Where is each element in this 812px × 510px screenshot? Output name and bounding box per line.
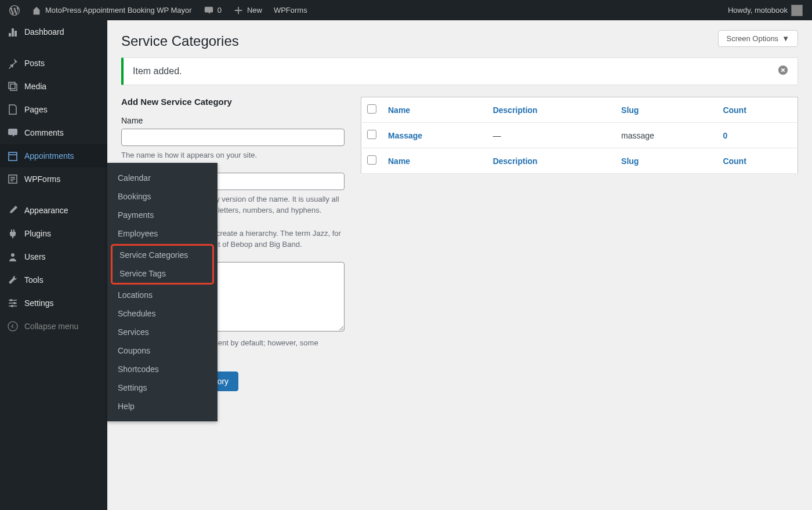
dismiss-notice-button[interactable] (778, 65, 788, 78)
highlight-annotation: Service Categories Service Tags (111, 244, 214, 285)
submenu-employees[interactable]: Employees (107, 224, 217, 243)
submenu-coupons[interactable]: Coupons (107, 341, 217, 360)
submenu-locations[interactable]: Locations (107, 286, 217, 304)
col-count[interactable]: Count (723, 105, 746, 115)
svg-point-3 (11, 305, 13, 307)
site-name: MotoPress Appointment Booking WP Mayor (45, 6, 192, 14)
avatar (791, 5, 803, 16)
sidebar-item-wpforms[interactable]: WPForms (0, 167, 107, 191)
row-name-link[interactable]: Massage (388, 131, 422, 140)
page-title: Service Categories (121, 27, 239, 49)
sidebar-item-pages[interactable]: Pages (0, 98, 107, 121)
submenu-payments[interactable]: Payments (107, 206, 217, 224)
wordpress-icon (9, 5, 20, 16)
select-all-checkbox[interactable] (367, 104, 376, 114)
wpforms-link[interactable]: WPForms (270, 6, 311, 14)
name-help: The name is how it appears on your site. (121, 150, 345, 161)
col-slug-footer[interactable]: Slug (621, 156, 639, 166)
submenu-bookings[interactable]: Bookings (107, 187, 217, 206)
sidebar-item-tools[interactable]: Tools (0, 268, 107, 292)
close-icon (778, 65, 788, 75)
comment-icon (204, 5, 214, 16)
submenu-schedules[interactable]: Schedules (107, 304, 217, 323)
select-all-checkbox-footer[interactable] (367, 155, 376, 165)
appointments-submenu: Calendar Bookings Payments Employees Ser… (107, 163, 217, 421)
name-label: Name (121, 116, 345, 125)
home-icon (31, 5, 42, 16)
site-home-link[interactable]: MotoPress Appointment Booking WP Mayor (28, 5, 195, 16)
brush-icon (7, 205, 19, 216)
sidebar-item-dashboard[interactable]: Dashboard (0, 20, 107, 43)
wp-logo[interactable] (6, 5, 23, 16)
sidebar-item-collapse[interactable]: Collapse menu (0, 315, 107, 338)
sidebar-item-comments[interactable]: Comments (0, 121, 107, 144)
howdy-user[interactable]: Howdy, motobook (724, 5, 806, 16)
table-row: Massage — massage 0 (361, 123, 798, 148)
calendar-icon (7, 150, 19, 162)
admin-sidebar: Dashboard Posts Media Pages Comments App… (0, 20, 107, 510)
col-name-footer[interactable]: Name (388, 156, 410, 166)
comments-link[interactable]: 0 (200, 5, 225, 16)
submenu-services[interactable]: Services (107, 323, 217, 341)
wrench-icon (7, 274, 19, 286)
svg-point-2 (13, 302, 16, 304)
row-checkbox[interactable] (367, 130, 376, 139)
success-notice: Item added. (121, 57, 798, 85)
sidebar-item-posts[interactable]: Posts (0, 52, 107, 75)
page-icon (7, 104, 19, 115)
user-icon (7, 251, 19, 263)
svg-point-4 (8, 322, 17, 331)
sidebar-item-appearance[interactable]: Appearance (0, 199, 107, 222)
col-description-footer[interactable]: Description (493, 156, 538, 166)
submenu-help[interactable]: Help (107, 397, 217, 416)
admin-bar: MotoPress Appointment Booking WP Mayor 0… (0, 0, 812, 20)
sidebar-item-settings[interactable]: Settings (0, 292, 107, 315)
collapse-icon (7, 320, 19, 332)
row-count-link[interactable]: 0 (723, 131, 727, 140)
chevron-down-icon: ▼ (782, 34, 789, 43)
svg-point-1 (10, 299, 12, 301)
plug-icon (7, 228, 19, 239)
pin-icon (7, 57, 19, 69)
media-icon (7, 81, 19, 92)
submenu-settings[interactable]: Settings (107, 378, 217, 397)
plus-icon (233, 5, 244, 16)
sliders-icon (7, 297, 19, 309)
form-heading: Add New Service Category (121, 97, 345, 107)
submenu-service-categories[interactable]: Service Categories (113, 246, 212, 264)
comments-count: 0 (217, 6, 222, 14)
col-description[interactable]: Description (493, 105, 538, 115)
dashboard-icon (7, 26, 19, 38)
row-slug: massage (615, 123, 717, 148)
categories-table: Name Description Slug Count Massage — ma… (361, 97, 798, 174)
form-icon (7, 173, 19, 185)
new-link[interactable]: New (230, 5, 266, 16)
name-input[interactable] (121, 129, 345, 146)
row-description: — (487, 123, 615, 148)
svg-point-0 (11, 253, 14, 257)
col-name[interactable]: Name (388, 105, 410, 115)
submenu-calendar[interactable]: Calendar (107, 169, 217, 187)
notice-text: Item added. (133, 66, 182, 76)
screen-options-button[interactable]: Screen Options ▼ (718, 30, 798, 47)
sidebar-item-media[interactable]: Media (0, 75, 107, 98)
sidebar-item-appointments[interactable]: Appointments (0, 144, 107, 167)
col-count-footer[interactable]: Count (723, 156, 746, 166)
submenu-shortcodes[interactable]: Shortcodes (107, 360, 217, 378)
col-slug[interactable]: Slug (621, 105, 639, 115)
sidebar-item-users[interactable]: Users (0, 245, 107, 268)
new-label: New (247, 6, 262, 14)
sidebar-item-plugins[interactable]: Plugins (0, 222, 107, 245)
comments-icon (7, 127, 19, 139)
submenu-service-tags[interactable]: Service Tags (113, 264, 212, 283)
